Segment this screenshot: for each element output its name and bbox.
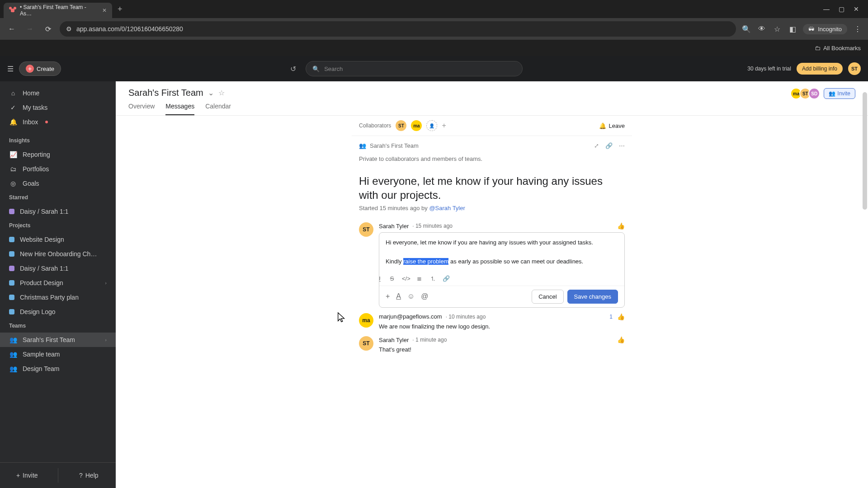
billing-button[interactable]: Add billing info <box>797 63 843 75</box>
hamburger-icon[interactable]: ☰ <box>7 65 14 73</box>
sidebar-team-item[interactable]: 👥Design Team <box>0 361 116 376</box>
sidebar-reporting[interactable]: 📈Reporting <box>0 147 116 162</box>
reload-button[interactable]: ⟳ <box>42 23 54 35</box>
sidebar-starred-item[interactable]: Daisy / Sarah 1:1 <box>0 204 116 219</box>
tab-close-icon[interactable]: ✕ <box>102 7 107 14</box>
search-input[interactable]: 🔍 Search <box>306 61 523 76</box>
sidebar-project-item[interactable]: Christmas Party plan <box>0 290 116 305</box>
avatar[interactable]: ma <box>411 120 422 131</box>
sidebar-help[interactable]: ?Help <box>62 468 116 483</box>
tab-overview[interactable]: Overview <box>128 103 155 115</box>
add-collaborator-icon[interactable]: + <box>442 122 446 130</box>
mention-icon[interactable]: @ <box>421 292 428 300</box>
search-url-icon[interactable]: 🔍 <box>741 24 751 34</box>
tab-calendar[interactable]: Calendar <box>205 103 231 115</box>
number-list-icon[interactable]: ⒈ <box>429 275 436 283</box>
tab-messages[interactable]: Messages <box>165 103 194 115</box>
sidebar-project-item[interactable]: Design Logo <box>0 305 116 319</box>
link-insert-icon[interactable]: 🔗 <box>443 275 450 282</box>
star-icon[interactable]: ☆ <box>218 89 225 97</box>
comment-time: · 10 minutes ago <box>446 314 486 320</box>
url-input[interactable]: ⚙ app.asana.com/0/1206160406650280 <box>60 21 736 37</box>
like-icon[interactable]: 👍 <box>617 336 625 343</box>
sidebar-label: My tasks <box>23 104 47 111</box>
check-icon: ✓ <box>9 104 17 111</box>
bookmarks-bar: 🗀 All Bookmarks <box>0 40 868 56</box>
more-icon[interactable]: ⋯ <box>619 142 625 149</box>
member-stack[interactable]: ma ST SD <box>793 88 820 99</box>
sidebar-team-item[interactable]: 👥Sample team <box>0 347 116 361</box>
sidebar-project-item[interactable]: New Hire Onboarding Ch… <box>0 247 116 261</box>
incognito-badge[interactable]: 🕶 Incognito <box>803 24 847 34</box>
avatar[interactable]: ST <box>396 120 406 131</box>
add-icon[interactable]: + <box>386 292 390 300</box>
sidebar-footer: +Invite ?Help <box>0 462 116 488</box>
incognito-label: Incognito <box>818 26 842 33</box>
eye-off-icon[interactable]: 👁 <box>757 24 767 34</box>
comment: ST Sarah Tyler · 1 minute ago 👍 That's g… <box>352 333 632 357</box>
invite-icon: + <box>16 472 20 479</box>
underline-icon[interactable]: U <box>379 275 382 282</box>
new-tab-button[interactable]: + <box>114 5 126 14</box>
leave-button[interactable]: 🔔 Leave <box>599 122 625 129</box>
like-icon[interactable]: 👍 <box>617 222 625 230</box>
sidebar-my-tasks[interactable]: ✓My tasks <box>0 100 116 115</box>
format-icon[interactable]: A <box>396 292 401 300</box>
link-icon[interactable]: 🔗 <box>605 142 613 149</box>
trial-text: 30 days left in trial <box>747 66 791 72</box>
code-icon[interactable]: </> <box>402 275 409 282</box>
meta-prefix: Started 15 minutes ago by <box>359 205 429 211</box>
close-window-icon[interactable]: ✕ <box>854 5 859 13</box>
maximize-icon[interactable]: ▢ <box>839 5 844 13</box>
team-name[interactable]: Sarah's First Team <box>370 142 419 149</box>
panel-icon[interactable]: ◧ <box>788 24 797 34</box>
tab-favicon <box>9 7 16 14</box>
sidebar-invite[interactable]: +Invite <box>0 468 54 483</box>
sidebar-label: Home <box>23 89 39 97</box>
chevron-down-icon[interactable]: ⌄ <box>208 89 214 97</box>
browser-tab[interactable]: • Sarah's First Team Team - As… ✕ <box>4 3 112 18</box>
browser-menu-icon[interactable]: ⋮ <box>853 24 863 34</box>
comment-text: That's great! <box>379 343 625 354</box>
sidebar-goals[interactable]: ◎Goals <box>0 176 116 191</box>
author-mention[interactable]: @Sarah Tyler <box>429 205 465 211</box>
site-settings-icon[interactable]: ⚙ <box>66 25 72 33</box>
sidebar-label: Sample team <box>23 351 60 358</box>
avatar: ST <box>359 336 373 351</box>
back-button[interactable]: ← <box>5 23 18 35</box>
sidebar-team-item[interactable]: 👥Sarah's First Team› <box>0 333 116 347</box>
chevron-right-icon[interactable]: › <box>105 337 107 343</box>
strike-icon[interactable]: S <box>388 275 396 282</box>
chevron-right-icon[interactable]: › <box>105 280 107 286</box>
save-button[interactable]: Save changes <box>567 290 618 304</box>
bullet-list-icon[interactable]: ≣ <box>415 275 423 282</box>
cancel-button[interactable]: Cancel <box>532 290 563 304</box>
invite-button[interactable]: 👥 Invite <box>824 88 855 99</box>
address-bar: ← → ⟳ ⚙ app.asana.com/0/1206160406650280… <box>0 18 868 40</box>
create-button[interactable]: + Create <box>19 61 61 76</box>
sidebar-home[interactable]: ⌂Home <box>0 86 116 100</box>
all-bookmarks-link[interactable]: All Bookmarks <box>823 45 861 52</box>
sidebar-project-item[interactable]: Daisy / Sarah 1:1 <box>0 261 116 276</box>
sidebar-portfolios[interactable]: 🗂Portfolios <box>0 162 116 176</box>
sidebar-project-item[interactable]: Website Design <box>0 232 116 247</box>
scrollbar[interactable] <box>863 92 867 210</box>
history-icon[interactable]: ↺ <box>286 61 300 76</box>
team-icon: 👥 <box>9 336 17 343</box>
comment-editing: ST Sarah Tyler · 15 minutes ago 👍 Hi eve… <box>352 220 632 310</box>
editor-textarea[interactable]: Hi everyone, let me know if you are havi… <box>379 233 624 272</box>
sidebar-project-item[interactable]: Product Design› <box>0 276 116 290</box>
bookmark-star-icon[interactable]: ☆ <box>772 24 782 34</box>
main-content: Sarah's First Team ⌄ ☆ Overview Messages… <box>116 56 868 488</box>
emoji-icon[interactable]: ☺ <box>407 292 415 300</box>
minimize-icon[interactable]: ― <box>823 5 830 13</box>
sidebar-label: Christmas Party plan <box>20 294 79 301</box>
expand-icon[interactable]: ⤢ <box>594 142 599 149</box>
sidebar-inbox[interactable]: 🔔Inbox <box>0 115 116 129</box>
user-avatar[interactable]: ST <box>848 62 861 75</box>
avatar-placeholder[interactable]: 👤 <box>426 120 437 131</box>
app-topbar: ☰ + Create ↺ 🔍 Search 30 days left in tr… <box>0 56 868 81</box>
page-tabs: Overview Messages Calendar <box>128 103 231 115</box>
like-icon[interactable]: 👍 <box>617 313 625 320</box>
sidebar-label: Website Design <box>20 236 64 243</box>
